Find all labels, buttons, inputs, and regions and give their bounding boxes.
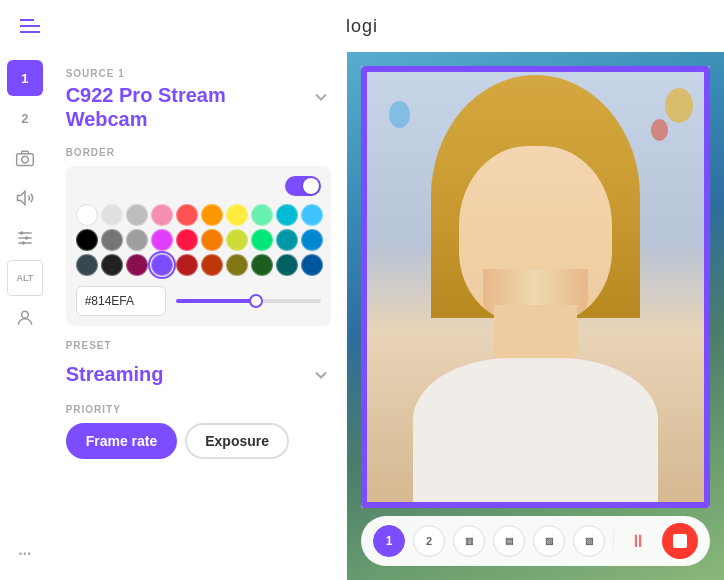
- menu-button[interactable]: [20, 19, 40, 33]
- color-grid: [76, 204, 321, 276]
- border-toggle-row: [76, 176, 321, 196]
- source-section-label: SOURCE 1: [66, 68, 331, 79]
- ctrl-m1-label: ▤: [505, 536, 514, 546]
- color-swatch-dgreen[interactable]: [251, 254, 273, 276]
- color-swatch-gray[interactable]: [126, 229, 148, 251]
- ctrl-l1-label: ▧: [585, 536, 594, 546]
- sidebar-item-source1[interactable]: 1: [7, 60, 43, 96]
- svg-point-1: [21, 156, 28, 163]
- sidebar: 1 2: [0, 52, 50, 580]
- sidebar-item-alt[interactable]: ALT: [7, 260, 43, 296]
- slider-thumb[interactable]: [249, 294, 263, 308]
- color-swatch-purple[interactable]: [151, 254, 173, 276]
- preset-chevron-icon[interactable]: [311, 365, 331, 385]
- user-icon: [15, 308, 35, 328]
- ctrl-btn-1[interactable]: 1: [373, 525, 405, 557]
- color-swatch-green[interactable]: [251, 229, 273, 251]
- video-preview: [361, 66, 710, 508]
- ctrl-btn-m1[interactable]: ▤: [493, 525, 525, 557]
- border-slider[interactable]: [176, 299, 321, 303]
- ctrl-btn-l1[interactable]: ▧: [573, 525, 605, 557]
- color-hex-input[interactable]: [76, 286, 166, 316]
- preset-label: PRESET: [66, 340, 331, 351]
- sidebar-item-more[interactable]: ···: [7, 536, 43, 572]
- color-swatch-dgray[interactable]: [101, 229, 123, 251]
- source-chevron-icon[interactable]: [311, 87, 331, 107]
- color-swatch-violet[interactable]: [151, 229, 173, 251]
- sidebar-item-camera[interactable]: [7, 140, 43, 176]
- priority-section: PRIORITY Frame rate Exposure: [66, 404, 331, 459]
- color-swatch-white[interactable]: [76, 204, 98, 226]
- color-swatch-dred[interactable]: [176, 254, 198, 276]
- logo: logi: [346, 16, 378, 37]
- color-swatch-dteal[interactable]: [276, 254, 298, 276]
- svg-point-5: [20, 231, 23, 234]
- border-section-label: BORDER: [66, 147, 331, 158]
- slider-fill: [176, 299, 256, 303]
- ctrl-1-label: 1: [386, 534, 393, 548]
- body-shape: [413, 358, 657, 508]
- source-name: C922 Pro StreamWebcam: [66, 83, 226, 131]
- video-frame-container: [361, 66, 710, 508]
- ctrl-btn-l2[interactable]: ▨: [533, 525, 565, 557]
- top-bar: logi: [0, 0, 724, 52]
- ctrl-l2-label: ▨: [545, 536, 554, 546]
- ctrl-2-label: 2: [426, 535, 432, 547]
- color-swatch-black[interactable]: [76, 229, 98, 251]
- priority-exposure-button[interactable]: Exposure: [185, 423, 289, 459]
- equalizer-icon: [15, 228, 35, 248]
- color-swatch-sky[interactable]: [301, 204, 323, 226]
- light-3: [389, 101, 410, 128]
- source2-label: 2: [21, 111, 28, 126]
- color-swatch-dorange[interactable]: [201, 229, 223, 251]
- svg-point-7: [21, 241, 24, 244]
- source-row: C922 Pro StreamWebcam: [66, 83, 331, 131]
- color-swatch-mgray[interactable]: [126, 204, 148, 226]
- color-swatch-yellow[interactable]: [226, 204, 248, 226]
- color-swatch-maroon[interactable]: [126, 254, 148, 276]
- color-swatch-lgray[interactable]: [101, 204, 123, 226]
- ctrl-btn-2[interactable]: 2: [413, 525, 445, 557]
- preview-area: 1 2 ▥ ▤ ▨ ▧ ⏸: [347, 52, 724, 580]
- color-swatch-orange[interactable]: [201, 204, 223, 226]
- sidebar-item-equalizer[interactable]: [7, 220, 43, 256]
- priority-framerate-button[interactable]: Frame rate: [66, 423, 178, 459]
- priority-buttons: Frame rate Exposure: [66, 423, 331, 459]
- border-toggle[interactable]: [285, 176, 321, 196]
- color-swatch-dbrown[interactable]: [201, 254, 223, 276]
- color-swatch-dolive[interactable]: [226, 254, 248, 276]
- color-input-row: [76, 286, 321, 316]
- ctrl-btn-m2[interactable]: ▥: [453, 525, 485, 557]
- light-1: [665, 88, 693, 123]
- more-label: ···: [18, 545, 31, 563]
- color-swatch-cyan[interactable]: [276, 204, 298, 226]
- alt-label: ALT: [16, 273, 33, 283]
- color-swatch-teal[interactable]: [276, 229, 298, 251]
- color-swatch-red[interactable]: [176, 229, 198, 251]
- color-swatch-dnavy[interactable]: [301, 254, 323, 276]
- content-area: 1 2: [0, 52, 724, 580]
- sidebar-item-source2[interactable]: 2: [7, 100, 43, 136]
- color-swatch-dblue[interactable]: [76, 254, 98, 276]
- preset-row: Streaming: [66, 359, 331, 390]
- color-swatch-blue[interactable]: [301, 229, 323, 251]
- color-swatch-pink[interactable]: [151, 204, 173, 226]
- record-icon: [673, 534, 687, 548]
- light-2: [651, 119, 668, 141]
- preset-value: Streaming: [66, 363, 164, 386]
- sidebar-item-audio[interactable]: [7, 180, 43, 216]
- bottom-controls: 1 2 ▥ ▤ ▨ ▧ ⏸: [361, 516, 710, 566]
- pause-button[interactable]: ⏸: [622, 525, 654, 557]
- svg-point-8: [21, 311, 28, 318]
- preset-section: PRESET Streaming: [66, 340, 331, 390]
- sidebar-item-user[interactable]: [7, 300, 43, 336]
- color-swatch-lime[interactable]: [226, 229, 248, 251]
- ctrl-m2-label: ▥: [465, 536, 474, 546]
- svg-point-6: [25, 236, 28, 239]
- record-button[interactable]: [662, 523, 698, 559]
- color-swatch-dblack[interactable]: [101, 254, 123, 276]
- color-swatch-mint[interactable]: [251, 204, 273, 226]
- color-swatch-red-light[interactable]: [176, 204, 198, 226]
- panel: SOURCE 1 C922 Pro StreamWebcam BORDER: [50, 52, 347, 580]
- audio-icon: [15, 188, 35, 208]
